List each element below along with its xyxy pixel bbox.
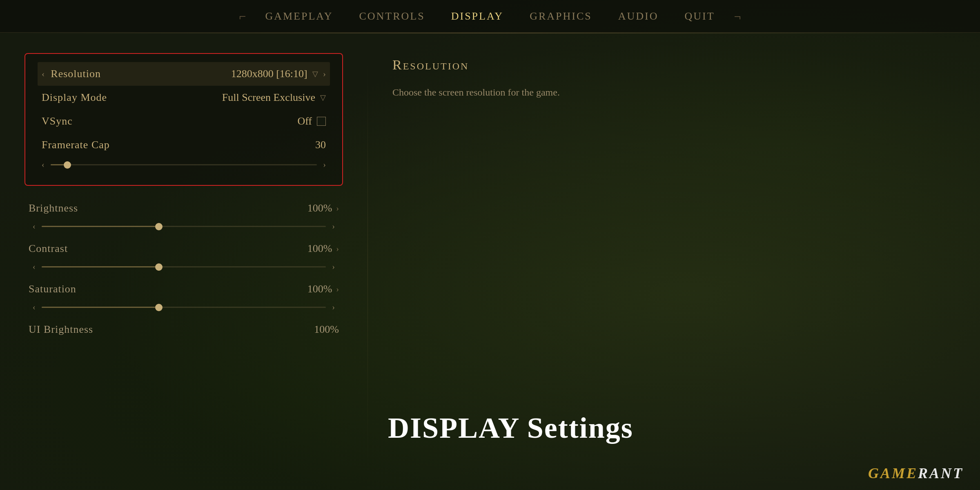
- settings-panel: ‹ Resolution 1280x800 [16:10] ▽ › Displa…: [0, 37, 368, 490]
- display-mode-value: Full Screen Exclusive: [222, 91, 315, 104]
- nav-items: GAMEPLAY CONTROLS DISPLAY GRAPHICS AUDIO…: [252, 6, 728, 27]
- saturation-slider-track[interactable]: [42, 307, 326, 308]
- vsync-value: Off: [297, 115, 312, 127]
- ui-brightness-group: UI Brightness 100%: [29, 319, 339, 340]
- brightness-slider-right-arrow[interactable]: ›: [332, 222, 335, 231]
- vsync-value-group: Off: [297, 115, 326, 127]
- brightness-arrow-right[interactable]: ›: [336, 204, 339, 213]
- vsync-row[interactable]: VSync Off: [38, 109, 330, 133]
- framerate-slider-thumb[interactable]: [64, 161, 71, 169]
- saturation-arrow-right[interactable]: ›: [336, 285, 339, 294]
- description-text: Choose the screen resolution for the gam…: [392, 85, 637, 100]
- framerate-slider-left-arrow[interactable]: ‹: [42, 160, 45, 169]
- selected-setting-box: ‹ Resolution 1280x800 [16:10] ▽ › Displa…: [24, 53, 343, 186]
- nav-item-display[interactable]: DISPLAY: [438, 6, 517, 27]
- resolution-value-group: 1280x800 [16:10] ▽ ›: [231, 68, 326, 80]
- contrast-arrow-right[interactable]: ›: [336, 244, 339, 254]
- brightness-slider-track[interactable]: [42, 226, 326, 227]
- brightness-group: Brightness 100% › ‹ ›: [29, 198, 339, 234]
- description-title: Resolution: [392, 57, 956, 73]
- outer-settings: Brightness 100% › ‹ ›: [24, 198, 343, 344]
- display-mode-value-group: Full Screen Exclusive ▽: [222, 91, 326, 104]
- resolution-arrow-left[interactable]: ‹: [42, 69, 45, 79]
- nav-item-quit[interactable]: QUIT: [671, 6, 728, 27]
- display-settings-overlay-title: DISPLAY Settings: [388, 411, 633, 445]
- saturation-group: Saturation 100% › ‹ ›: [29, 279, 339, 315]
- display-mode-dropdown-icon[interactable]: ▽: [320, 93, 326, 102]
- resolution-value-text: 1280x800 [16:10]: [231, 68, 307, 80]
- framerate-cap-label: Framerate Cap: [42, 139, 110, 151]
- framerate-cap-row[interactable]: Framerate Cap 30: [38, 133, 330, 157]
- watermark: GAMERANT: [868, 465, 964, 482]
- top-navigation: ⌐ GAMEPLAY CONTROLS DISPLAY GRAPHICS AUD…: [0, 0, 980, 33]
- nav-item-audio[interactable]: AUDIO: [605, 6, 672, 27]
- contrast-group: Contrast 100% › ‹ ›: [29, 238, 339, 275]
- contrast-slider-thumb[interactable]: [155, 263, 163, 271]
- vsync-checkbox[interactable]: [317, 117, 326, 126]
- ui-brightness-value-group: 100%: [314, 323, 339, 336]
- resolution-label: Resolution: [51, 68, 101, 80]
- saturation-slider-container: ‹ ›: [29, 299, 339, 315]
- contrast-slider-left-arrow[interactable]: ‹: [33, 262, 36, 272]
- brightness-slider-thumb[interactable]: [155, 223, 163, 230]
- framerate-cap-value-group: 30: [315, 139, 326, 151]
- brightness-slider-container: ‹ ›: [29, 218, 339, 234]
- brightness-row[interactable]: Brightness 100% ›: [29, 198, 339, 218]
- saturation-slider-fill: [42, 307, 156, 308]
- brightness-value-group: 100% ›: [307, 202, 339, 214]
- framerate-cap-value: 30: [315, 139, 326, 151]
- saturation-label: Saturation: [29, 283, 76, 295]
- saturation-value-group: 100% ›: [307, 283, 339, 295]
- resolution-dropdown-icon[interactable]: ▽: [312, 69, 318, 78]
- contrast-row[interactable]: Contrast 100% ›: [29, 238, 339, 259]
- framerate-slider-right-arrow[interactable]: ›: [323, 160, 326, 169]
- framerate-slider-container: ‹ ›: [38, 157, 330, 173]
- contrast-slider-container: ‹ ›: [29, 259, 339, 275]
- vsync-label: VSync: [42, 115, 73, 127]
- framerate-slider-fill: [51, 164, 64, 165]
- nav-item-graphics[interactable]: GRAPHICS: [517, 6, 605, 27]
- brightness-slider-fill: [42, 226, 156, 227]
- framerate-slider-track[interactable]: [51, 164, 317, 165]
- contrast-value-group: 100% ›: [307, 243, 339, 255]
- nav-divider: [0, 33, 980, 33]
- nav-left-bracket: ⌐: [233, 9, 252, 23]
- ui-brightness-label: UI Brightness: [29, 323, 93, 336]
- saturation-value: 100%: [307, 283, 332, 295]
- watermark-text: GAMERANT: [868, 465, 964, 482]
- contrast-value: 100%: [307, 243, 332, 255]
- ui-brightness-value: 100%: [314, 323, 339, 336]
- display-mode-row[interactable]: Display Mode Full Screen Exclusive ▽: [38, 86, 330, 109]
- nav-right-bracket: ¬: [728, 9, 747, 23]
- resolution-arrow-right[interactable]: ›: [323, 69, 326, 79]
- ui-brightness-row[interactable]: UI Brightness 100%: [29, 319, 339, 340]
- contrast-slider-fill: [42, 266, 156, 267]
- resolution-row[interactable]: ‹ Resolution 1280x800 [16:10] ▽ ›: [38, 62, 330, 86]
- brightness-value: 100%: [307, 202, 332, 214]
- contrast-slider-right-arrow[interactable]: ›: [332, 262, 335, 272]
- brightness-label: Brightness: [29, 202, 78, 214]
- nav-item-controls[interactable]: CONTROLS: [346, 6, 438, 27]
- display-mode-label: Display Mode: [42, 91, 107, 104]
- saturation-slider-right-arrow[interactable]: ›: [332, 303, 335, 312]
- contrast-label: Contrast: [29, 243, 68, 255]
- saturation-slider-thumb[interactable]: [155, 304, 163, 311]
- brightness-slider-left-arrow[interactable]: ‹: [33, 222, 36, 231]
- saturation-slider-left-arrow[interactable]: ‹: [33, 303, 36, 312]
- saturation-row[interactable]: Saturation 100% ›: [29, 279, 339, 299]
- nav-item-gameplay[interactable]: GAMEPLAY: [252, 6, 346, 27]
- contrast-slider-track[interactable]: [42, 266, 326, 267]
